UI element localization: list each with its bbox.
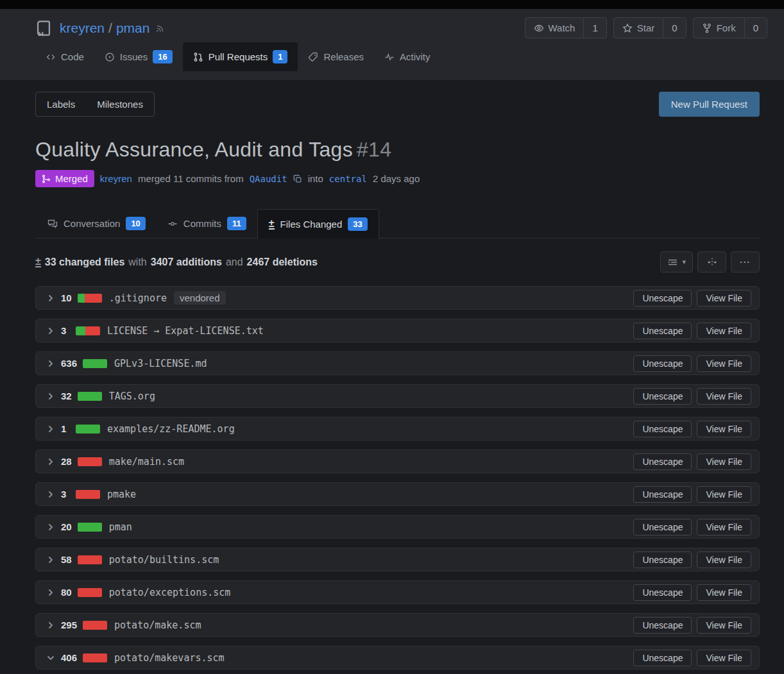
fork-icon [702,23,712,33]
view-file-button[interactable]: View File [697,355,751,372]
more-options-button[interactable]: ··· [731,251,760,273]
file-row[interactable]: 406 potato/makevars.scm Unescape View Fi… [35,646,760,670]
repo-name-link[interactable]: pman [116,21,150,36]
file-name-link[interactable]: potato/makevars.scm [114,652,225,664]
view-file-button[interactable]: View File [697,617,751,634]
conversation-count-badge: 10 [126,217,145,230]
star-button[interactable]: Star 0 [613,17,686,38]
chevron-right-icon[interactable] [46,555,56,565]
diff-stat-bar [83,359,107,368]
file-name-link[interactable]: LICENSE → Expat-LICENSE.txt [107,325,264,337]
whitespace-options-button[interactable]: ▾ [660,251,693,273]
merge-into-text: into [308,173,323,184]
file-row[interactable]: 3 LICENSE → Expat-LICENSE.txt Unescape V… [35,319,760,342]
file-row[interactable]: 3 pmake Unescape View File [35,482,760,506]
tab-conversation-label: Conversation [64,218,120,229]
view-file-button[interactable]: View File [697,421,751,437]
unescape-button[interactable]: Unescape [633,323,692,339]
view-file-button[interactable]: View File [697,453,751,470]
view-file-button[interactable]: View File [697,323,751,339]
tab-files-changed[interactable]: ± Files Changed 33 [257,209,379,239]
deletions-count: 2467 deletions [247,257,318,268]
changed-files-count: 33 changed files [45,257,125,268]
repo-owner-link[interactable]: kreyren [60,21,105,36]
tab-commits[interactable]: Commits 11 [157,209,257,238]
unescape-button[interactable]: Unescape [633,519,692,535]
tab-conversation[interactable]: Conversation 10 [37,209,157,238]
unescape-button[interactable]: Unescape [633,388,692,405]
file-row[interactable]: 28 make/main.scm Unescape View File [35,450,760,473]
file-row[interactable]: 10 .gitignore vendored Unescape View Fil… [35,286,760,310]
view-file-button[interactable]: View File [697,486,751,503]
from-branch-link[interactable]: QAaudit [250,174,287,184]
fork-count: 0 [744,18,767,38]
chevron-right-icon[interactable] [46,293,56,303]
file-row[interactable]: 58 potato/builtins.scm Unescape View Fil… [35,548,760,571]
tab-releases[interactable]: Releases [298,42,374,71]
copy-branch-icon[interactable] [293,174,302,183]
file-name-link[interactable]: potato/exceptions.scm [109,587,231,598]
unescape-button[interactable]: Unescape [633,453,692,470]
view-file-button[interactable]: View File [697,650,751,666]
file-row[interactable]: 32 TAGS.org Unescape View File [35,384,760,408]
file-row[interactable]: 80 potato/exceptions.scm Unescape View F… [35,580,760,604]
tab-activity[interactable]: Activity [374,42,441,71]
unescape-button[interactable]: Unescape [633,650,692,666]
chevron-right-icon[interactable] [46,620,56,630]
file-row[interactable]: 1 examples/zz-README.org Unescape View F… [35,417,760,441]
unescape-button[interactable]: Unescape [633,617,692,634]
chevron-right-icon[interactable] [46,457,56,467]
file-change-count: 3 [61,325,70,336]
file-name-link[interactable]: pman [109,521,132,533]
fork-button[interactable]: Fork 0 [693,17,767,38]
unescape-button[interactable]: Unescape [633,355,692,372]
file-name-link[interactable]: potato/make.scm [114,619,201,631]
unescape-button[interactable]: Unescape [633,486,692,503]
split-view-button[interactable] [697,251,726,273]
chevron-right-icon[interactable] [46,326,56,336]
unescape-button[interactable]: Unescape [633,421,692,437]
file-name-link[interactable]: pmake [107,489,136,500]
watch-button[interactable]: Watch 1 [525,17,607,38]
unescape-button[interactable]: Unescape [633,584,692,601]
rss-icon[interactable] [156,23,166,33]
tab-code[interactable]: Code [35,42,94,71]
chevron-right-icon[interactable] [46,424,56,434]
milestones-button[interactable]: Milestones [86,92,154,116]
pr-merge-info: Merged kreyren merged 11 commits from QA… [35,170,760,187]
view-file-button[interactable]: View File [697,519,751,535]
new-pull-request-button[interactable]: New Pull Request [659,92,760,117]
view-file-button[interactable]: View File [697,388,751,405]
view-file-button[interactable]: View File [697,552,751,568]
chevron-right-icon[interactable] [46,358,56,369]
commit-icon [167,219,178,229]
chevron-right-icon[interactable] [46,522,56,532]
comment-icon [47,219,58,229]
to-branch-link[interactable]: central [329,174,367,184]
diff-stat-bar [76,425,100,434]
unescape-button[interactable]: Unescape [633,290,692,307]
file-name-link[interactable]: .gitignore [109,292,167,304]
pull-requests-count-badge: 1 [273,50,287,63]
file-name-link[interactable]: TAGS.org [109,391,155,402]
file-name-link[interactable]: GPLv3-LICENSE.md [114,358,207,369]
file-row[interactable]: 20 pman Unescape View File [35,515,760,539]
chevron-right-icon[interactable] [46,587,56,598]
chevron-right-icon[interactable] [46,489,56,500]
tab-pull-requests[interactable]: Pull Requests 1 [183,42,298,71]
chevron-down-icon[interactable] [46,653,56,663]
labels-button[interactable]: Labels [36,92,86,116]
unescape-button[interactable]: Unescape [633,552,692,568]
file-row[interactable]: 295 potato/make.scm Unescape View File [35,613,760,637]
file-name-link[interactable]: potato/builtins.scm [109,554,219,566]
view-file-button[interactable]: View File [697,584,751,601]
chevron-right-icon[interactable] [46,391,56,401]
view-file-button[interactable]: View File [697,290,751,307]
tab-files-changed-label: Files Changed [280,219,343,230]
file-name-link[interactable]: examples/zz-README.org [107,423,235,435]
file-name-link[interactable]: make/main.scm [109,456,184,468]
merge-author-link[interactable]: kreyren [100,173,132,184]
diff-stat-bar [78,523,102,532]
tab-issues[interactable]: Issues 16 [94,42,183,71]
file-row[interactable]: 636 GPLv3-LICENSE.md Unescape View File [35,351,760,375]
